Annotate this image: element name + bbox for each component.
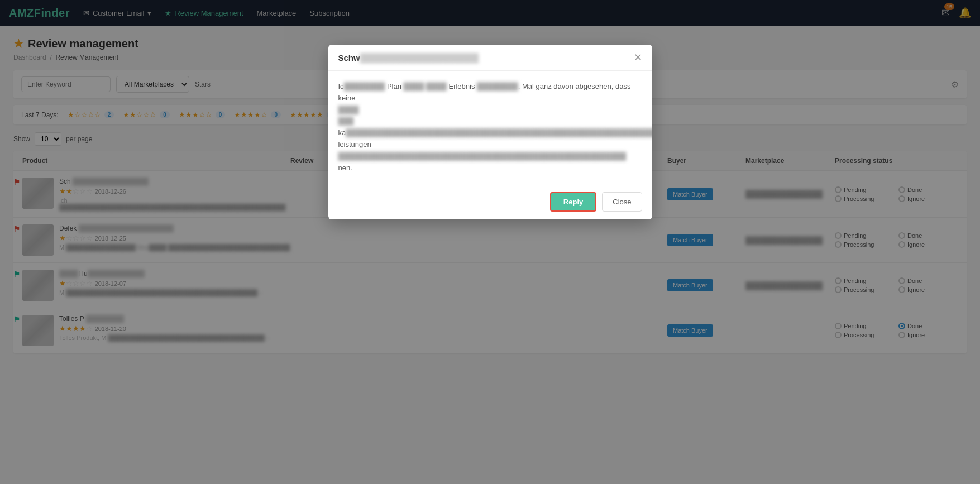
modal-footer: Reply Close [328,184,652,219]
modal-text-line-4: leistungen █████████████████████████████… [338,139,642,162]
modal-text-line-1: Ic████████ Plan ████ ████ Erlebnis █████… [338,81,642,104]
review-modal: Schw████████████████████ ✕ Ic████████ Pl… [328,45,652,219]
reply-button[interactable]: Reply [550,192,596,212]
close-button[interactable]: Close [602,192,642,212]
modal-overlay: Schw████████████████████ ✕ Ic████████ Pl… [0,0,980,484]
modal-close-button[interactable]: ✕ [634,52,642,63]
modal-title: Schw████████████████████ [338,53,479,63]
modal-header: Schw████████████████████ ✕ [328,45,652,71]
modal-text-line-3: ███ ka██████████████████████████████████… [338,116,642,139]
modal-body: Ic████████ Plan ████ ████ Erlebnis █████… [328,71,652,184]
modal-text-line-5: nen. [338,162,642,174]
modal-text-line-2: ████ [338,104,642,116]
